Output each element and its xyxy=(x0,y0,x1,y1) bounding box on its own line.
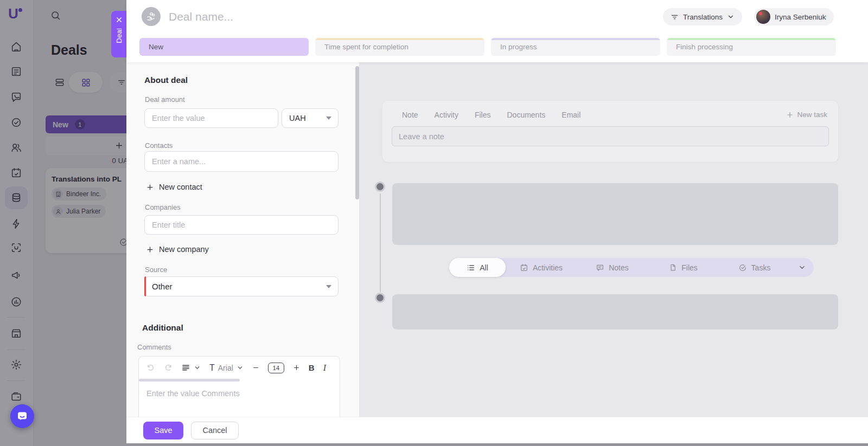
contacts-input[interactable] xyxy=(144,151,339,172)
currency-value: UAH xyxy=(289,114,306,122)
section-additional: Additional xyxy=(142,323,183,333)
list-icon xyxy=(467,263,475,272)
undo-icon[interactable] xyxy=(146,364,155,372)
timeline-placeholder-block xyxy=(392,294,838,329)
cancel-button[interactable]: Cancel xyxy=(191,422,239,439)
filter-notes[interactable]: Notes xyxy=(577,263,648,272)
modal-footer: Save Cancel xyxy=(126,417,868,443)
stage-label: Finish processing xyxy=(676,43,733,51)
chevron-down-icon xyxy=(727,13,735,21)
stage-label: Time spent for completion xyxy=(324,43,409,51)
activity-panel: Note Activity Files Documents Email New … xyxy=(359,62,868,417)
filter-tasks[interactable]: Tasks xyxy=(719,263,790,272)
stage-new[interactable]: New xyxy=(139,38,309,56)
funnel-selector[interactable]: Translations xyxy=(663,8,742,25)
filter-activities[interactable]: Activities xyxy=(506,263,577,272)
chevron-down-icon xyxy=(326,285,331,288)
deal-tab-label: Deal xyxy=(115,28,123,43)
italic-button[interactable]: I xyxy=(323,363,326,373)
deal-avatar xyxy=(142,7,161,26)
new-company-button[interactable]: New company xyxy=(146,245,209,254)
filter-expand-chevron[interactable] xyxy=(790,263,814,272)
plus-icon xyxy=(146,183,154,191)
new-task-label: New task xyxy=(797,111,827,119)
app-screen: U Deals Translations xyxy=(0,0,868,446)
tab-note[interactable]: Note xyxy=(402,111,418,119)
tab-files[interactable]: Files xyxy=(475,111,491,119)
source-select[interactable]: Other xyxy=(144,276,339,296)
filter-label: Activities xyxy=(533,263,563,272)
new-contact-label: New contact xyxy=(159,183,202,191)
companies-input[interactable] xyxy=(144,215,339,235)
stage-time-spent[interactable]: Time spent for completion xyxy=(315,38,484,56)
tab-activity[interactable]: Activity xyxy=(435,111,458,119)
font-size-increase[interactable] xyxy=(293,364,300,371)
font-size-decrease[interactable] xyxy=(252,364,259,371)
user-avatar xyxy=(756,10,770,24)
file-icon xyxy=(669,263,677,272)
chat-widget-button[interactable] xyxy=(10,404,34,428)
form-scrollbar[interactable] xyxy=(355,66,359,199)
stage-label: In progress xyxy=(500,43,537,51)
timeline-line xyxy=(380,193,381,292)
new-company-label: New company xyxy=(159,245,209,254)
deal-form: About deal Deal amount UAH Contacts New … xyxy=(126,62,359,417)
funnel-name: Translations xyxy=(683,13,723,21)
responsible-user-pill[interactable]: Iryna Serbeniuk xyxy=(754,8,834,25)
deal-amount-label: Deal amount xyxy=(145,95,185,104)
editor-toolbar: T Arial 14 B I xyxy=(139,357,340,379)
check-circle-icon xyxy=(738,263,747,272)
currency-select[interactable]: UAH xyxy=(282,108,339,128)
hand-coins-icon xyxy=(145,11,157,22)
comment-icon xyxy=(596,263,604,272)
text-format-icon: T xyxy=(209,363,215,373)
close-icon[interactable] xyxy=(116,16,123,23)
new-contact-button[interactable]: New contact xyxy=(146,183,202,191)
deal-name-input[interactable] xyxy=(168,10,441,24)
comments-input[interactable]: Enter the value Comments xyxy=(139,382,340,405)
tab-documents[interactable]: Documents xyxy=(507,111,545,119)
companies-label: Companies xyxy=(145,203,181,211)
tab-email[interactable]: Email xyxy=(561,111,580,119)
redo-icon[interactable] xyxy=(164,364,173,372)
source-value: Other xyxy=(152,282,173,291)
chevron-down-icon xyxy=(237,364,244,371)
font-family-menu[interactable]: T Arial xyxy=(209,363,244,373)
comments-editor[interactable]: T Arial 14 B I Enter the value Comments xyxy=(138,356,340,417)
toolbar-scrollbar[interactable] xyxy=(139,379,340,382)
bold-button[interactable]: B xyxy=(309,363,315,372)
pipeline-stages: New Time spent for completion In progres… xyxy=(139,38,836,56)
timeline-filter-bar: All Activities Notes Files xyxy=(449,258,814,277)
note-composer-card: Note Activity Files Documents Email New … xyxy=(382,101,838,162)
deal-amount-input[interactable] xyxy=(144,108,278,128)
filter-all[interactable]: All xyxy=(449,258,506,277)
user-name: Iryna Serbeniuk xyxy=(775,13,826,21)
deal-modal-close-tab[interactable]: Deal xyxy=(111,11,126,57)
filter-label: All xyxy=(480,263,488,272)
chat-widget-icon xyxy=(16,410,29,423)
save-button[interactable]: Save xyxy=(143,422,183,439)
plus-icon xyxy=(146,245,154,254)
filter-label: Files xyxy=(681,263,698,272)
plus-icon xyxy=(786,111,794,119)
section-about-deal: About deal xyxy=(144,75,188,85)
source-label: Source xyxy=(145,266,167,274)
align-menu[interactable] xyxy=(181,363,201,372)
filter-label: Notes xyxy=(609,263,629,272)
font-size-value[interactable]: 14 xyxy=(268,363,284,373)
timeline-dot xyxy=(376,294,384,301)
new-task-button[interactable]: New task xyxy=(786,111,827,119)
composer-tabs: Note Activity Files Documents Email xyxy=(402,111,580,119)
modal-header: Translations Iryna Serbeniuk New Time sp… xyxy=(126,0,868,62)
comments-label: Comments xyxy=(137,343,171,351)
calendar-icon xyxy=(520,263,528,272)
font-family-value: Arial xyxy=(218,364,233,372)
timeline-placeholder-block xyxy=(392,183,838,245)
chevron-down-icon xyxy=(194,364,201,371)
stage-label: New xyxy=(149,43,163,51)
filter-files[interactable]: Files xyxy=(648,263,719,272)
leave-note-input[interactable] xyxy=(392,126,829,146)
stage-finish-processing[interactable]: Finish processing xyxy=(667,38,836,56)
deal-modal: Deal Translations Iryna Serbeniuk New Ti… xyxy=(126,0,868,443)
stage-in-progress[interactable]: In progress xyxy=(491,38,660,56)
